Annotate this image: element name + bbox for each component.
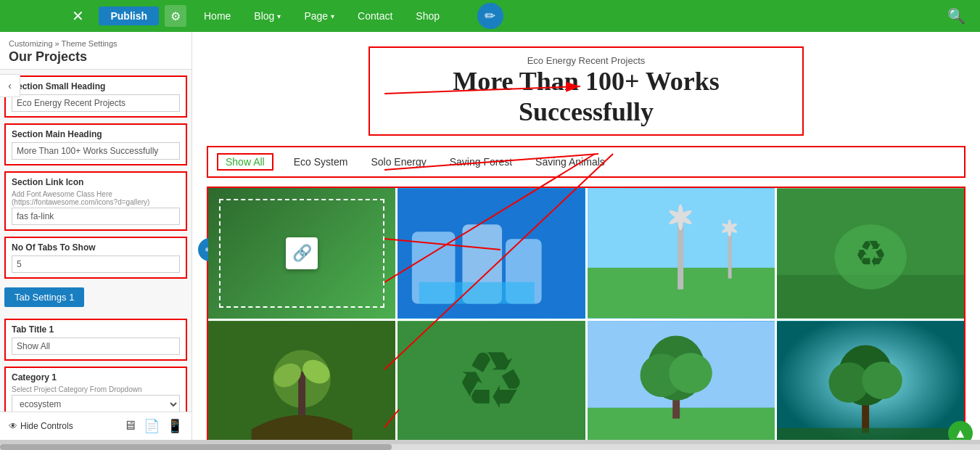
- publish-button[interactable]: Publish: [99, 7, 159, 25]
- grid-cell-5[interactable]: [208, 321, 395, 440]
- grid-cell-8[interactable]: [777, 321, 964, 440]
- image-grid: 🔗: [207, 187, 965, 440]
- projects-main-heading: More Than 100+ Works Successfully: [384, 66, 788, 127]
- grid-cell-4-inner: ♻: [777, 188, 964, 319]
- gear-button[interactable]: ⚙: [165, 5, 186, 27]
- recycle-hands-illustration: ♻: [777, 188, 964, 319]
- grid-cell-5-inner: [208, 321, 395, 440]
- grid-cell-2-inner: [398, 188, 585, 319]
- preview-inner: ✏ Eco Energy Recent Projects More Than 1…: [192, 32, 980, 440]
- section-link-icon-label: Section Link Icon: [12, 177, 180, 187]
- blog-arrow: ▾: [277, 12, 281, 20]
- tab-title-1-label: Tab Title 1: [12, 324, 180, 335]
- tab-saving-forest[interactable]: Saving Forest: [447, 155, 515, 169]
- breadcrumb-page: Theme Settings: [62, 39, 118, 48]
- back-button[interactable]: ‹: [0, 74, 20, 97]
- section-main-heading-label: Section Main Heading: [12, 129, 180, 139]
- section-link-icon-group: Section Link Icon Add Font Awesome Class…: [4, 171, 187, 231]
- category-1-label: Category 1: [12, 372, 180, 382]
- tab-settings-1-button[interactable]: Tab Settings 1: [4, 287, 84, 307]
- grid-cell-3-inner: [588, 188, 775, 319]
- section-small-heading-group: Section Small Heading: [4, 75, 187, 118]
- tab-solo-energy[interactable]: Solo Energy: [368, 155, 429, 169]
- sidebar-footer: 👁 Hide Controls 🖥 📄 📱: [0, 412, 192, 440]
- recycle-symbol-illustration: ♻: [398, 321, 585, 440]
- nav-left-controls: ✕ Publish ⚙: [0, 5, 192, 27]
- search-icon[interactable]: 🔍: [947, 7, 980, 25]
- preview-area: ✏ Eco Energy Recent Projects More Than 1…: [192, 32, 980, 440]
- grid-cell-7[interactable]: [588, 321, 775, 440]
- center-pencil-icon: ✏: [477, 3, 503, 29]
- desktop-icon[interactable]: 🖥: [123, 418, 136, 434]
- svg-point-37: [862, 361, 902, 399]
- section-link-icon-input[interactable]: [12, 208, 180, 225]
- category-1-select[interactable]: ecosystem energy forest animals: [12, 395, 180, 412]
- svg-rect-38: [777, 428, 964, 440]
- tabs-row: Show All Eco System Solo Energy Saving F…: [207, 146, 965, 178]
- grid-cell-6-inner: ♻: [398, 321, 585, 440]
- nav-item-page[interactable]: Page ▾: [292, 10, 346, 22]
- section-small-heading-input[interactable]: [12, 94, 180, 112]
- sidebar-header: Customizing » Theme Settings Our Project…: [0, 32, 192, 70]
- grid-cell-1[interactable]: 🔗: [208, 188, 395, 319]
- tab-title-1-group: Tab Title 1: [4, 319, 187, 361]
- hide-controls-label: Hide Controls: [20, 421, 73, 431]
- section-small-heading-label: Section Small Heading: [12, 81, 180, 91]
- nav-item-blog[interactable]: Blog ▾: [242, 10, 292, 22]
- category-1-group: Category 1 Select Project Category From …: [4, 367, 187, 412]
- grid-cell-3[interactable]: [588, 188, 775, 319]
- grid-cell-7-inner: [588, 321, 775, 440]
- nav-item-home[interactable]: Home: [192, 10, 242, 22]
- section-link-icon-hint: Add Font Awesome Class Here (https://fon…: [12, 190, 180, 206]
- bottles-illustration: [398, 188, 585, 319]
- projects-small-heading: Eco Energy Recent Projects: [384, 55, 788, 66]
- no-of-tabs-group: No Of Tabs To Show: [4, 237, 187, 279]
- breadcrumb: Customizing » Theme Settings: [9, 39, 183, 48]
- nav-item-contact[interactable]: Contact: [346, 10, 404, 22]
- grid-cell-6[interactable]: ♻: [398, 321, 585, 440]
- sidebar-title: Our Projects: [9, 49, 183, 65]
- tab-title-1-input[interactable]: [12, 338, 180, 355]
- scroll-up-button[interactable]: ▲: [948, 421, 973, 440]
- nav-menu: Home Blog ▾ Page ▾ Contact Shop: [192, 10, 947, 22]
- sidebar: Customizing » Theme Settings Our Project…: [0, 32, 192, 440]
- sidebar-content: Section Small Heading Section Main Headi…: [0, 70, 192, 412]
- section-main-heading-input[interactable]: [12, 142, 180, 160]
- tree-sky-illustration: [588, 321, 775, 440]
- projects-header-box: Eco Energy Recent Projects More Than 100…: [368, 46, 804, 136]
- no-of-tabs-input[interactable]: [12, 255, 180, 273]
- no-of-tabs-label: No Of Tabs To Show: [12, 242, 180, 253]
- tree-glow-illustration: [777, 321, 964, 440]
- svg-point-31: [669, 353, 712, 393]
- tab-eco-system[interactable]: Eco System: [291, 155, 351, 169]
- windmill-illustration: [588, 188, 775, 319]
- category-1-hint: Select Project Category From Dropdown: [12, 385, 180, 393]
- mobile-icon[interactable]: 📱: [167, 418, 183, 434]
- projects-section: Eco Energy Recent Projects More Than 100…: [192, 32, 980, 440]
- svg-rect-27: [588, 408, 775, 440]
- close-button[interactable]: ✕: [63, 7, 93, 25]
- svg-text:♻: ♻: [854, 234, 886, 274]
- tab-show-all[interactable]: Show All: [217, 153, 273, 171]
- grid-cell-4[interactable]: ♻: [777, 188, 964, 319]
- page-arrow: ▾: [331, 12, 334, 20]
- hide-controls-icon: 👁: [9, 421, 17, 431]
- link-icon-box[interactable]: 🔗: [286, 237, 318, 269]
- device-icons: 🖥 📄 📱: [123, 418, 183, 434]
- breadcrumb-customizing: Customizing: [9, 39, 53, 48]
- grid-cell-8-inner: [777, 321, 964, 440]
- tab-saving-animals[interactable]: Saving Animals: [532, 155, 608, 169]
- main-area: Customizing » Theme Settings Our Project…: [0, 32, 980, 440]
- hide-controls-button[interactable]: 👁 Hide Controls: [9, 421, 73, 431]
- tablet-icon[interactable]: 📄: [144, 418, 160, 434]
- plant-hands-illustration: [208, 321, 395, 440]
- grid-cell-2[interactable]: [398, 188, 585, 319]
- svg-rect-4: [419, 282, 535, 304]
- top-navigation: ✕ Publish ⚙ ✏ Home Blog ▾ Page ▾ Contact…: [0, 0, 980, 32]
- scrollbar-thumb[interactable]: [0, 444, 392, 450]
- bottom-scrollbar[interactable]: [0, 440, 980, 450]
- section-main-heading-group: Section Main Heading: [4, 123, 187, 165]
- scrollbar-track: [0, 444, 980, 450]
- svg-text:♻: ♻: [456, 336, 527, 425]
- nav-item-shop[interactable]: Shop: [404, 10, 451, 22]
